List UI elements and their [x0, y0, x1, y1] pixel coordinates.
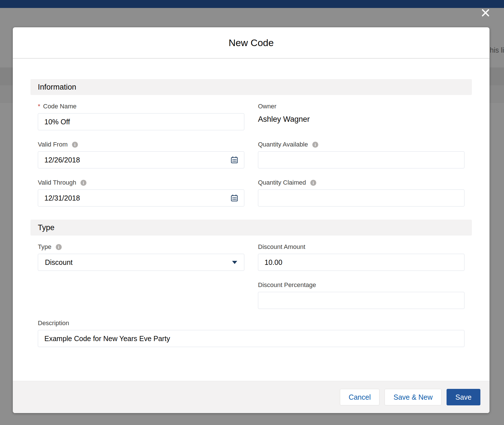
code-name-input[interactable] — [38, 113, 244, 130]
field-owner: Owner Ashley Wagner — [258, 102, 464, 130]
field-quantity-available: Quantity Available i — [258, 141, 464, 168]
field-label-row: Valid Through i — [38, 179, 244, 187]
field-control — [258, 151, 464, 168]
valid-through-label: Valid Through — [38, 179, 76, 186]
quantity-available-label: Quantity Available — [258, 141, 308, 148]
type-label: Type — [38, 243, 51, 251]
quantity-claimed-input[interactable] — [258, 189, 464, 207]
field-label-row: Owner — [258, 102, 464, 110]
description-label: Description — [38, 319, 69, 327]
form-row: Description — [38, 319, 464, 347]
field-label-row: Type i — [38, 243, 244, 251]
section-title: Type — [38, 223, 55, 232]
required-indicator: * — [38, 103, 40, 110]
field-control — [38, 151, 244, 168]
owner-label: Owner — [258, 103, 276, 110]
modal-header: New Code — [13, 27, 489, 59]
form-row: * Code Name Owner Ashley Wagner — [38, 102, 464, 130]
field-valid-through: Valid Through i — [38, 179, 244, 207]
modal-body: Information * Code Name Owner — [13, 59, 489, 381]
info-icon[interactable]: i — [310, 180, 316, 186]
field-label-row: Quantity Available i — [258, 141, 464, 148]
field-description: Description — [38, 319, 464, 347]
field-code-name: * Code Name — [38, 102, 244, 130]
field-discount-amount: Discount Amount — [258, 243, 464, 271]
field-control — [258, 292, 464, 309]
field-control — [38, 330, 464, 347]
type-select-value: Discount — [45, 258, 73, 267]
background-clipped-text: his li — [490, 46, 504, 54]
close-button[interactable] — [480, 7, 491, 19]
field-quantity-claimed: Quantity Claimed i — [258, 179, 464, 207]
discount-percentage-input[interactable] — [258, 292, 464, 309]
field-label-row: Discount Amount — [258, 243, 464, 251]
chevron-down-icon — [232, 261, 237, 264]
field-control: Discount — [38, 254, 244, 271]
modal-title: New Code — [229, 37, 274, 48]
form-row: Valid Through i — [38, 179, 464, 207]
field-valid-from: Valid From i — [38, 141, 244, 168]
modal-footer: Cancel Save & New Save — [13, 381, 489, 413]
form-row: Valid From i — [38, 141, 464, 168]
section-header-information: Information — [30, 79, 472, 95]
description-input[interactable] — [38, 330, 464, 347]
field-type: Type i Discount — [38, 243, 244, 271]
type-select[interactable]: Discount — [38, 254, 244, 271]
quantity-available-input[interactable] — [258, 151, 464, 168]
valid-from-input[interactable] — [38, 151, 244, 168]
section-header-type: Type — [30, 220, 472, 236]
field-discount-percentage: Discount Percentage — [258, 281, 464, 309]
field-label-row: Valid From i — [38, 141, 244, 148]
field-label-row: * Code Name — [38, 102, 244, 110]
valid-through-input[interactable] — [38, 189, 244, 207]
type-fields: Type i Discount Discount Amount — [30, 243, 472, 347]
field-control — [258, 189, 464, 207]
new-code-modal: New Code Information * Code Name — [13, 27, 489, 413]
code-name-label: Code Name — [43, 103, 77, 110]
field-label-row: Description — [38, 319, 464, 327]
calendar-icon[interactable] — [230, 194, 239, 202]
discount-percentage-label: Discount Percentage — [258, 281, 316, 289]
info-icon[interactable]: i — [72, 142, 78, 148]
discount-amount-label: Discount Amount — [258, 243, 305, 251]
cancel-button[interactable]: Cancel — [340, 389, 380, 405]
field-label-row: Discount Percentage — [258, 281, 464, 289]
section-title: Information — [38, 83, 76, 92]
info-icon[interactable]: i — [312, 142, 318, 148]
empty-cell — [38, 281, 244, 309]
save-button[interactable]: Save — [447, 389, 480, 405]
form-row: Type i Discount Discount Amount — [38, 243, 464, 271]
field-control — [38, 189, 244, 207]
information-fields: * Code Name Owner Ashley Wagner — [30, 102, 472, 207]
form-row: Discount Percentage — [38, 281, 464, 309]
close-icon — [480, 7, 491, 19]
calendar-icon[interactable] — [230, 156, 239, 164]
info-icon[interactable]: i — [80, 180, 86, 186]
save-and-new-button[interactable]: Save & New — [385, 389, 441, 405]
app-header-bar — [0, 0, 504, 8]
field-control — [258, 254, 464, 271]
valid-from-label: Valid From — [38, 141, 68, 148]
field-label-row: Quantity Claimed i — [258, 179, 464, 187]
owner-value: Ashley Wagner — [258, 115, 464, 124]
field-control — [38, 113, 244, 130]
info-icon[interactable]: i — [56, 244, 62, 250]
discount-amount-input[interactable] — [258, 254, 464, 271]
quantity-claimed-label: Quantity Claimed — [258, 179, 306, 186]
